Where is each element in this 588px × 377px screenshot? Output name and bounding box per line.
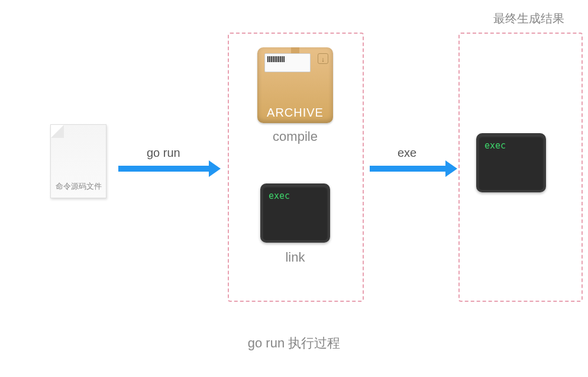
- arrow-exe-label: exe: [398, 146, 416, 160]
- archive-icon: ↓ ARCHIVE: [257, 47, 333, 123]
- archive-download-icon: ↓: [318, 53, 328, 64]
- arrow-go-run: [118, 166, 210, 172]
- terminal-link-text: exec: [269, 191, 290, 201]
- arrow-go-run-label: go run: [147, 146, 180, 160]
- archive-shipping-label: [264, 53, 311, 72]
- compile-label: compile: [257, 129, 333, 144]
- source-file-label: 命令源码文件: [51, 181, 106, 192]
- archive-text: ARCHIVE: [257, 106, 333, 120]
- result-title: 最终生成结果: [493, 11, 564, 27]
- source-file-icon: 命令源码文件: [50, 124, 106, 198]
- diagram-caption: go run 执行过程: [0, 334, 588, 352]
- terminal-result-text: exec: [484, 140, 506, 151]
- terminal-link-icon: exec: [260, 183, 330, 243]
- file-fold-icon: [51, 125, 64, 138]
- terminal-result-icon: exec: [476, 133, 546, 192]
- arrow-exe: [370, 166, 447, 172]
- link-label: link: [260, 250, 330, 265]
